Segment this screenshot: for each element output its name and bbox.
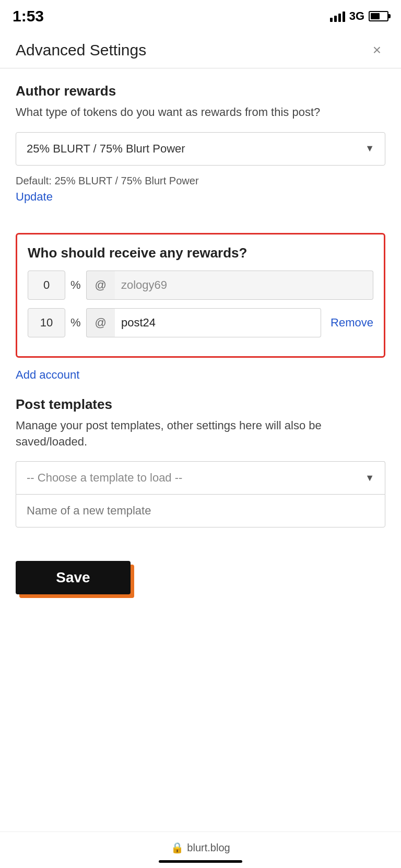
choose-template-label: -- Choose a template to load -- [27,471,182,485]
pct-input-2[interactable] [28,308,65,337]
username-group-1: @ [86,271,373,300]
remove-beneficiary-button[interactable]: Remove [331,316,373,330]
default-reward-text: Default: 25% BLURT / 75% Blurt Power [16,175,385,187]
beneficiary-row-2: % @ Remove [28,308,373,337]
save-btn-wrapper: Save [16,561,131,594]
pct-input-1[interactable] [28,271,65,300]
dropdown-arrow-icon: ▼ [365,143,374,154]
modal-title: Advanced Settings [16,41,146,59]
lock-icon: 🔒 [171,841,184,854]
username-input-2[interactable] [115,308,321,337]
author-rewards-desc: What type of tokens do you want as rewar… [16,104,385,121]
new-template-name-input[interactable] [16,494,385,527]
status-bar: 1:53 3G [0,0,401,30]
status-icons: 3G [330,9,388,23]
footer: 🔒 blurt.blog [0,831,401,868]
at-symbol-2: @ [86,308,115,337]
at-symbol-1: @ [86,271,115,300]
author-rewards-section: Author rewards What type of tokens do yo… [16,83,385,218]
signal-bar-1 [330,18,333,22]
reward-type-dropdown[interactable]: 25% BLURT / 75% Blurt Power ▼ [16,132,385,166]
save-button-container: Save [16,544,385,615]
network-label: 3G [349,9,364,23]
update-link[interactable]: Update [16,190,53,204]
signal-bars-icon [330,10,345,22]
modal-content: Author rewards What type of tokens do yo… [0,83,401,615]
battery-icon [369,11,388,21]
status-time: 1:53 [13,7,44,25]
battery-fill [371,13,380,19]
signal-bar-2 [334,16,337,22]
beneficiaries-section: Who should receive any rewards? % @ % @ … [16,233,385,358]
footer-domain: 🔒 blurt.blog [0,841,401,854]
home-indicator[interactable] [159,860,242,863]
signal-bar-3 [338,14,341,22]
post-templates-section: Post templates Manage your post template… [16,396,385,528]
beneficiary-row-1: % @ [28,271,373,300]
post-templates-title: Post templates [16,396,385,413]
beneficiaries-title: Who should receive any rewards? [28,245,373,261]
template-dropdown-arrow-icon: ▼ [365,473,374,484]
domain-text: blurt.blog [187,842,230,854]
add-account-link[interactable]: Add account [16,368,79,382]
pct-symbol-1: % [70,278,81,292]
modal-header: Advanced Settings × [0,30,401,68]
header-divider [0,68,401,68]
choose-template-dropdown[interactable]: -- Choose a template to load -- ▼ [16,461,385,494]
post-templates-desc: Manage your post templates, other settin… [16,418,385,450]
username-group-2: @ [86,308,322,337]
signal-bar-4 [343,11,345,22]
pct-symbol-2: % [70,316,81,330]
username-input-1[interactable] [115,271,373,300]
save-button[interactable]: Save [16,561,131,594]
close-button[interactable]: × [369,41,385,60]
author-rewards-title: Author rewards [16,83,385,99]
reward-type-selected: 25% BLURT / 75% Blurt Power [27,142,185,156]
